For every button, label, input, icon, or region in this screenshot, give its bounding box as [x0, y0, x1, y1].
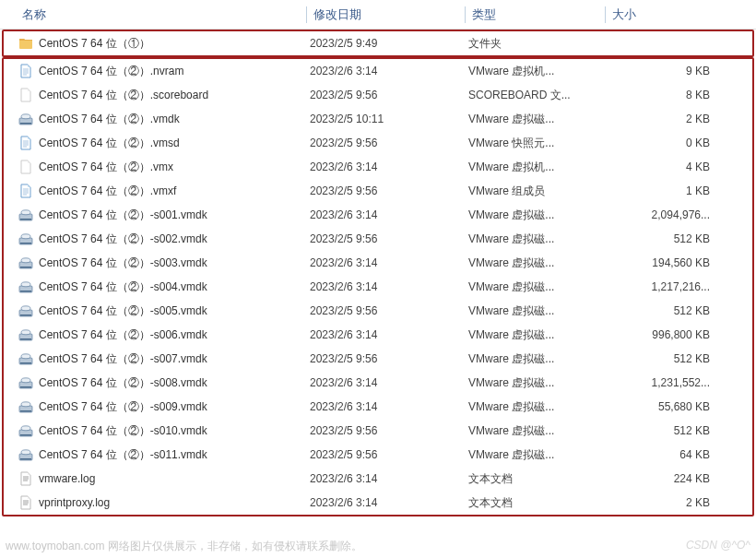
disk-icon	[18, 232, 33, 246]
file-type: VMware 虚拟磁...	[468, 375, 608, 391]
column-header-label: 大小	[605, 6, 644, 23]
file-row[interactable]: CentOS 7 64 位（②）-s005.vmdk2023/2/5 9:56V…	[4, 299, 752, 323]
file-type: VMware 虚拟磁...	[468, 279, 608, 295]
file-type: 文本文档	[468, 471, 608, 487]
file-name: CentOS 7 64 位（②）.vmdk	[39, 112, 180, 127]
file-type: VMware 虚拟磁...	[468, 303, 608, 319]
file-row[interactable]: CentOS 7 64 位（②）.scoreboard2023/2/5 9:56…	[4, 83, 752, 107]
column-header-name[interactable]: 名称	[15, 0, 306, 29]
file-type: VMware 虚拟机...	[468, 160, 608, 175]
file-row[interactable]: CentOS 7 64 位（②）-s006.vmdk2023/2/6 3:14V…	[4, 323, 752, 347]
document-icon	[18, 64, 33, 78]
file-row[interactable]: CentOS 7 64 位（②）-s010.vmdk2023/2/5 9:56V…	[4, 419, 752, 443]
file-date: 2023/2/6 3:14	[310, 328, 468, 341]
file-type: VMware 虚拟磁...	[468, 423, 608, 439]
file-name: CentOS 7 64 位（①）	[39, 36, 150, 52]
file-icon	[18, 160, 33, 174]
column-header-size[interactable]: 大小	[605, 0, 725, 29]
file-name: CentOS 7 64 位（②）-s011.vmdk	[39, 447, 207, 463]
file-row-highlighted[interactable]: CentOS 7 64 位（①） 2023/2/5 9:49 文件夹	[4, 31, 752, 55]
file-list: CentOS 7 64 位（①） 2023/2/5 9:49 文件夹 CentO…	[0, 30, 756, 516]
text-file-icon	[18, 495, 33, 510]
file-name: CentOS 7 64 位（②）-s006.vmdk	[39, 327, 207, 343]
file-row[interactable]: CentOS 7 64 位（②）.nvram2023/2/6 3:14VMwar…	[4, 59, 752, 83]
file-date: 2023/2/6 3:14	[310, 280, 468, 293]
file-row[interactable]: CentOS 7 64 位（②）-s004.vmdk2023/2/6 3:14V…	[4, 275, 752, 299]
file-row[interactable]: vmware.log2023/2/6 3:14文本文档224 KB	[4, 467, 752, 491]
file-row[interactable]: CentOS 7 64 位（②）-s011.vmdk2023/2/5 9:56V…	[4, 443, 752, 467]
file-type: VMware 快照元...	[468, 136, 608, 151]
disk-icon	[18, 423, 33, 438]
file-type: VMware 虚拟磁...	[468, 208, 608, 223]
file-row[interactable]: CentOS 7 64 位（②）-s001.vmdk2023/2/6 3:14V…	[4, 203, 752, 227]
file-date: 2023/2/5 9:56	[310, 352, 468, 365]
file-size: 2,094,976...	[608, 208, 715, 221]
file-name: CentOS 7 64 位（②）.vmsd	[39, 136, 180, 151]
file-type: VMware 虚拟磁...	[468, 255, 608, 271]
column-header-type[interactable]: 类型	[465, 0, 605, 29]
column-header-label: 类型	[465, 6, 503, 23]
disk-icon	[18, 303, 33, 318]
file-row[interactable]: CentOS 7 64 位（②）-s009.vmdk2023/2/6 3:14V…	[4, 395, 752, 419]
file-name: CentOS 7 64 位（②）.vmxf	[39, 184, 176, 199]
document-icon	[18, 184, 33, 198]
disk-icon	[18, 351, 33, 366]
disk-icon	[18, 279, 33, 294]
file-type: VMware 虚拟磁...	[468, 112, 608, 127]
file-name: vmware.log	[39, 472, 95, 485]
file-type: VMware 虚拟机...	[468, 64, 608, 79]
file-row[interactable]: CentOS 7 64 位（②）.vmx2023/2/6 3:14VMware …	[4, 155, 752, 179]
file-name: CentOS 7 64 位（②）-s004.vmdk	[39, 279, 207, 295]
column-header-row: 名称 修改日期 类型 大小	[0, 0, 756, 30]
file-size: 512 KB	[608, 232, 715, 245]
file-name: CentOS 7 64 位（②）-s007.vmdk	[39, 351, 207, 367]
highlighted-files-box: CentOS 7 64 位（②）.nvram2023/2/6 3:14VMwar…	[2, 57, 754, 516]
file-date: 2023/2/5 9:56	[310, 448, 468, 461]
file-type: 文件夹	[468, 36, 608, 52]
file-type: VMware 虚拟磁...	[468, 399, 608, 415]
file-row[interactable]: CentOS 7 64 位（②）.vmdk2023/2/5 10:11VMwar…	[4, 107, 752, 131]
file-size: 1 KB	[608, 184, 715, 197]
disk-icon	[18, 399, 33, 414]
disk-icon	[18, 327, 33, 342]
file-row[interactable]: vprintproxy.log2023/2/6 3:14文本文档2 KB	[4, 491, 752, 515]
file-size: 8 KB	[608, 89, 715, 101]
file-date: 2023/2/5 9:56	[310, 137, 468, 149]
file-date: 2023/2/6 3:14	[310, 160, 468, 173]
document-icon	[18, 136, 33, 150]
file-type: 文本文档	[468, 495, 608, 511]
file-size: 224 KB	[608, 472, 715, 485]
watermark-left: www.toymoban.com 网络图片仅供展示，非存储，如有侵权请联系删除。	[6, 539, 362, 554]
file-type: VMware 虚拟磁...	[468, 232, 608, 247]
highlighted-folder-box: CentOS 7 64 位（①） 2023/2/5 9:49 文件夹	[2, 30, 754, 57]
file-date: 2023/2/6 3:14	[310, 65, 468, 77]
file-row[interactable]: CentOS 7 64 位（②）.vmsd2023/2/5 9:56VMware…	[4, 131, 752, 155]
file-date: 2023/2/6 3:14	[310, 376, 468, 389]
disk-icon	[18, 255, 33, 270]
column-header-label: 修改日期	[306, 6, 369, 23]
file-type: VMware 虚拟磁...	[468, 447, 608, 463]
file-type: SCOREBOARD 文...	[468, 88, 608, 103]
file-name: CentOS 7 64 位（②）-s010.vmdk	[39, 423, 207, 439]
file-row[interactable]: CentOS 7 64 位（②）-s002.vmdk2023/2/5 9:56V…	[4, 227, 752, 251]
file-name: CentOS 7 64 位（②）.scoreboard	[39, 88, 208, 103]
file-name: CentOS 7 64 位（②）-s005.vmdk	[39, 303, 207, 319]
file-name: CentOS 7 64 位（②）-s008.vmdk	[39, 375, 207, 391]
file-type: VMware 虚拟磁...	[468, 351, 608, 367]
file-date: 2023/2/5 9:56	[310, 232, 468, 245]
file-date: 2023/2/6 3:14	[310, 496, 468, 509]
file-name: CentOS 7 64 位（②）-s001.vmdk	[39, 208, 207, 223]
file-size: 0 KB	[608, 137, 715, 149]
column-header-label: 名称	[15, 6, 53, 23]
file-row[interactable]: CentOS 7 64 位（②）-s007.vmdk2023/2/5 9:56V…	[4, 347, 752, 371]
disk-icon	[18, 447, 33, 462]
disk-icon	[18, 112, 33, 126]
file-size: 64 KB	[608, 448, 715, 461]
file-row[interactable]: CentOS 7 64 位（②）-s008.vmdk2023/2/6 3:14V…	[4, 371, 752, 395]
watermark-right: CSDN @^O^	[686, 539, 750, 554]
file-date: 2023/2/5 9:56	[310, 89, 468, 101]
file-name: CentOS 7 64 位（②）.vmx	[39, 160, 173, 175]
file-row[interactable]: CentOS 7 64 位（②）-s003.vmdk2023/2/6 3:14V…	[4, 251, 752, 275]
column-header-date[interactable]: 修改日期	[306, 0, 465, 29]
file-row[interactable]: CentOS 7 64 位（②）.vmxf2023/2/5 9:56VMware…	[4, 179, 752, 203]
